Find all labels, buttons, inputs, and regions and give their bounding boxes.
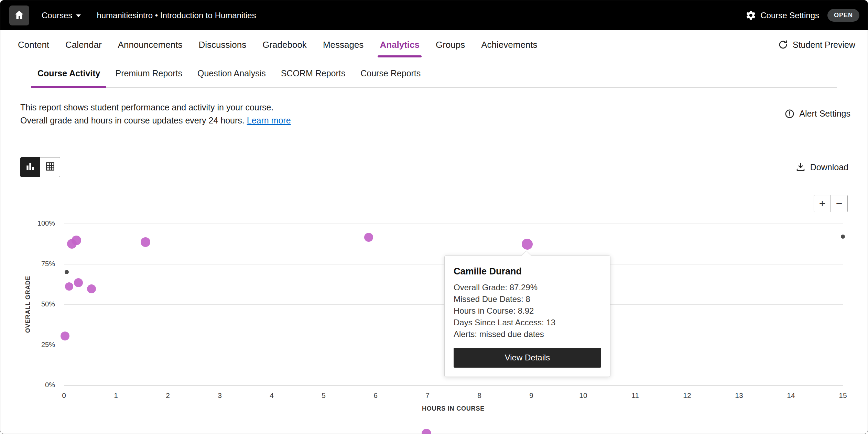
y-tick-label: 50% <box>0 300 55 308</box>
tab-gradebook[interactable]: Gradebook <box>262 30 307 59</box>
subnav-items: Course ActivityPremium ReportsQuestion A… <box>31 59 837 87</box>
download-label: Download <box>810 162 848 172</box>
y-tick-label: 75% <box>0 260 55 268</box>
x-tick-label: 3 <box>218 391 222 400</box>
view-details-button[interactable]: View Details <box>454 348 601 368</box>
alert-settings-label: Alert Settings <box>799 109 850 119</box>
course-settings-label: Course Settings <box>760 11 819 20</box>
report-description: This report shows student performance an… <box>20 101 291 127</box>
app-window: Courses humanitiesintro • Introduction t… <box>0 0 868 434</box>
x-tick-label: 14 <box>787 391 795 400</box>
download-button[interactable]: Download <box>795 162 848 172</box>
tab-announcements[interactable]: Announcements <box>118 30 183 59</box>
x-tick-label: 1 <box>114 391 118 400</box>
report-line-2: Overall grade and hours in course update… <box>20 114 291 127</box>
zoom-controls: + − <box>814 195 848 212</box>
student-preview-label: Student Preview <box>793 40 855 50</box>
subtab-premium-reports[interactable]: Premium Reports <box>109 59 188 87</box>
x-tick-label: 6 <box>373 391 378 400</box>
chevron-down-icon <box>76 14 81 17</box>
chart-view-button[interactable] <box>20 157 40 177</box>
main-nav-items: ContentCalendarAnnouncementsDiscussionsG… <box>18 30 538 59</box>
x-tick-label: 8 <box>477 391 481 400</box>
tooltip-row: Alerts: missed due dates <box>454 328 601 340</box>
x-tick-label: 4 <box>270 391 274 400</box>
analytics-subnav: Course ActivityPremium ReportsQuestion A… <box>31 59 837 88</box>
table-view-button[interactable] <box>40 157 60 177</box>
chart-area: + − OVERALL GRADE HOURS IN COURSE Camill… <box>0 177 868 434</box>
tab-calendar[interactable]: Calendar <box>65 30 102 59</box>
gridline <box>64 224 843 224</box>
tooltip-row: Missed Due Dates: 8 <box>454 293 601 305</box>
topbar-right: Course Settings OPEN <box>746 9 859 22</box>
course-settings-button[interactable]: Course Settings <box>746 10 819 21</box>
scatter-point[interactable] <box>61 332 69 340</box>
scatter-point[interactable] <box>364 233 373 242</box>
tab-analytics[interactable]: Analytics <box>380 30 420 59</box>
y-tick-label: 100% <box>0 219 55 227</box>
tooltip-row: Hours in Course: 8.92 <box>454 305 601 317</box>
x-tick-label: 0 <box>62 391 66 400</box>
scatter-point[interactable] <box>422 429 431 434</box>
tooltip-student-name: Camille Durand <box>454 265 601 277</box>
scatter-point[interactable] <box>841 235 845 239</box>
x-tick-label: 2 <box>166 391 170 400</box>
x-tick-label: 5 <box>322 391 326 400</box>
student-preview-icon <box>778 40 788 50</box>
tooltip-rows: Overall Grade: 87.29%Missed Due Dates: 8… <box>454 282 601 340</box>
scatter-point[interactable] <box>72 236 81 245</box>
subtab-scorm-reports[interactable]: SCORM Reports <box>275 59 352 87</box>
scatter-point-selected[interactable] <box>522 239 533 250</box>
tab-discussions[interactable]: Discussions <box>199 30 247 59</box>
courses-label: Courses <box>42 11 72 20</box>
y-tick-label: 0% <box>0 381 55 389</box>
courses-menu-button[interactable]: Courses <box>42 11 81 20</box>
scatter-point[interactable] <box>141 237 150 247</box>
student-tooltip: Camille Durand Overall Grade: 87.29%Miss… <box>444 256 610 377</box>
x-tick-label: 9 <box>529 391 533 400</box>
scatter-point[interactable] <box>65 282 73 291</box>
tab-content[interactable]: Content <box>18 30 49 59</box>
tab-messages[interactable]: Messages <box>323 30 364 59</box>
x-tick-label: 13 <box>735 391 743 400</box>
bar-chart-icon <box>25 161 36 173</box>
report-head: This report shows student performance an… <box>0 88 868 127</box>
open-status-badge[interactable]: OPEN <box>827 9 859 22</box>
subtab-question-analysis[interactable]: Question Analysis <box>191 59 272 87</box>
view-toggle <box>20 157 60 177</box>
alert-settings-button[interactable]: Alert Settings <box>784 109 850 127</box>
x-tick-label: 15 <box>839 391 847 400</box>
topbar: Courses humanitiesintro • Introduction t… <box>0 0 868 30</box>
chart-toolbar: Download <box>0 157 868 177</box>
tab-achievements[interactable]: Achievements <box>481 30 537 59</box>
x-tick-label: 12 <box>683 391 691 400</box>
home-button[interactable] <box>9 6 29 25</box>
x-axis-title: HOURS IN COURSE <box>422 405 485 412</box>
learn-more-link[interactable]: Learn more <box>247 116 291 125</box>
report-line-1: This report shows student performance an… <box>20 101 291 114</box>
scatter-point[interactable] <box>87 284 96 293</box>
report-line-2-text: Overall grade and hours in course update… <box>20 116 245 125</box>
subtab-course-reports[interactable]: Course Reports <box>354 59 427 87</box>
tooltip-row: Days Since Last Access: 13 <box>454 317 601 328</box>
tab-groups[interactable]: Groups <box>436 30 465 59</box>
table-icon <box>45 161 56 173</box>
course-breadcrumb: humanitiesintro • Introduction to Humani… <box>97 11 256 20</box>
student-preview-button[interactable]: Student Preview <box>778 40 855 50</box>
scatter-point[interactable] <box>74 278 83 287</box>
zoom-in-button[interactable]: + <box>814 195 831 212</box>
tooltip-row: Overall Grade: 87.29% <box>454 282 601 293</box>
y-tick-label: 25% <box>0 341 55 349</box>
x-tick-label: 10 <box>579 391 587 400</box>
zoom-out-button[interactable]: − <box>831 195 848 212</box>
x-tick-label: 7 <box>425 391 430 400</box>
alert-icon <box>784 109 795 119</box>
main-nav: ContentCalendarAnnouncementsDiscussionsG… <box>0 30 868 59</box>
gridline <box>64 385 843 386</box>
subtab-course-activity[interactable]: Course Activity <box>31 59 106 87</box>
home-icon <box>14 9 25 22</box>
download-icon <box>795 162 806 172</box>
gear-icon <box>746 10 756 21</box>
x-tick-label: 11 <box>631 391 639 400</box>
scatter-point[interactable] <box>65 270 69 274</box>
